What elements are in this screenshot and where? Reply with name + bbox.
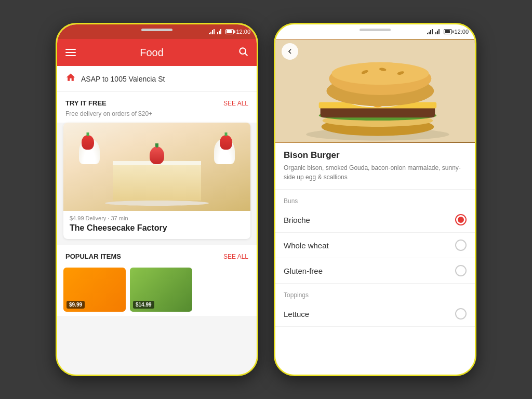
brioche-label: Brioche [284,216,310,224]
popular-item-price-1: $9.99 [66,301,85,309]
lte-icon-right [435,29,442,34]
back-arrow-icon [286,47,294,56]
status-bar-left: 12:00 [57,24,257,39]
home-icon [65,72,76,85]
popular-items-header: POPULAR ITEMS SEE ALL [57,245,257,263]
svg-point-14 [331,62,429,85]
lte-icon [217,29,223,34]
popular-section: POPULAR ITEMS SEE ALL $9.99 $14.99 [57,245,257,316]
back-button[interactable] [282,43,298,60]
popular-items-see-all[interactable]: SEE ALL [223,253,248,260]
option-gluten-free[interactable]: Gluten-free [275,258,475,284]
buns-label: Buns [284,197,298,205]
battery-icon-right [444,29,452,34]
option-lettuce[interactable]: Lettuce [275,301,475,327]
brioche-radio-fill [458,217,464,223]
address-text: ASAP to 1005 Valencia St [81,75,165,83]
svg-point-0 [240,48,246,54]
status-bar-right: 12:00 [275,24,475,39]
buns-category: Buns [275,190,475,207]
gluten-free-label: Gluten-free [284,267,323,275]
battery-fill [227,30,232,33]
burger-hero-image [275,39,475,143]
restaurant-card[interactable]: $4.99 Delivery · 37 min The Cheesecake F… [63,123,250,239]
burger-info: Bison Burger Organic bison, smoked Gouda… [275,143,475,190]
try-it-free-subtitle: Free delivery on orders of $20+ [57,110,257,123]
burger-name: Bison Burger [284,150,467,161]
signal-icon-right [427,29,433,34]
search-button[interactable] [238,46,248,59]
lettuce-label: Lettuce [284,310,309,318]
cheesecake-visual [63,123,250,211]
status-icons-right: 12:00 [427,29,469,35]
try-it-free-see-all[interactable]: SEE ALL [223,100,248,107]
restaurant-food-image [63,123,250,211]
notch [141,29,172,31]
toppings-category: Toppings [275,284,475,301]
signal-icon [209,29,215,34]
popular-item-1[interactable]: $9.99 [63,268,126,312]
strawberry-left [82,135,94,150]
try-it-free-title: TRY IT FREE [65,99,107,107]
notch-right [360,29,391,31]
left-phone: 12:00 Food ASAP to 1005 Valencia St TRY [56,23,258,376]
popular-item-2[interactable]: $14.99 [130,268,192,312]
lettuce-radio[interactable] [455,308,467,320]
status-time-right: 12:00 [454,29,469,35]
address-bar[interactable]: ASAP to 1005 Valencia St [57,66,257,92]
app-title: Food [65,47,238,59]
status-icons: 12:00 [209,29,250,35]
svg-line-1 [245,53,248,56]
whole-wheat-label: Whole wheat [284,241,329,250]
popular-items-title: POPULAR ITEMS [65,252,121,260]
brioche-radio[interactable] [455,214,467,225]
battery-icon [225,29,234,34]
cake-body [113,164,201,201]
restaurant-info: $4.99 Delivery · 37 min The Cheesecake F… [63,211,250,239]
popular-items-row: $9.99 $14.99 [57,263,257,316]
option-brioche[interactable]: Brioche [275,207,475,233]
option-whole-wheat[interactable]: Whole wheat [275,233,475,258]
strawberry-center [150,147,164,164]
gluten-free-radio[interactable] [455,265,467,276]
app-toolbar: Food [57,39,257,66]
toppings-section: Toppings Lettuce [275,284,475,327]
whole-wheat-radio[interactable] [455,240,467,251]
scroll-content[interactable]: TRY IT FREE SEE ALL Free delivery on ord… [57,92,257,375]
battery-fill-right [445,30,450,33]
right-phone: 12:00 [274,23,476,376]
status-time-left: 12:00 [236,29,250,35]
buns-section: Buns Brioche Whole wheat Gluten-free [275,190,475,284]
popular-item-price-2: $14.99 [133,301,154,309]
cake-plate [105,201,209,206]
toppings-label: Toppings [284,291,309,299]
try-it-free-header: TRY IT FREE SEE ALL [57,92,257,110]
strawberry-right [220,135,232,150]
burger-detail-screen[interactable]: Bison Burger Organic bison, smoked Gouda… [275,39,475,375]
restaurant-name: The Cheesecake Factory [70,223,244,233]
burger-description: Organic bison, smoked Gouda, bacon-onion… [284,163,467,182]
delivery-meta: $4.99 Delivery · 37 min [70,215,244,221]
burger-svg [275,39,475,143]
